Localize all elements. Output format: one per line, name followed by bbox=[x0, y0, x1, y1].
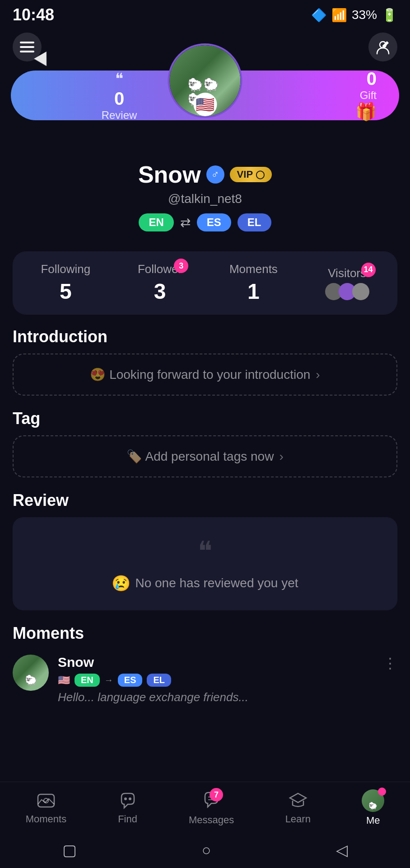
review-empty-text: No one has reviewed you yet bbox=[135, 576, 298, 590]
review-title: Review bbox=[13, 491, 397, 510]
review-count: 0 bbox=[114, 89, 124, 109]
tag-title: Tag bbox=[13, 409, 397, 428]
gift-icon: 🎁 bbox=[355, 102, 377, 122]
moments-label: Moments bbox=[229, 262, 278, 276]
vip-icon: ◯ bbox=[256, 170, 265, 179]
lang-arrow-icon: ⇄ bbox=[180, 215, 191, 230]
review-big-quote-icon: ❝ bbox=[198, 535, 212, 567]
follower-badge: 3 bbox=[174, 259, 188, 273]
nav-item-moments[interactable]: Moments bbox=[26, 791, 66, 825]
gift-count: 0 bbox=[367, 69, 377, 89]
battery-text: 33% bbox=[352, 8, 377, 22]
tag-arrow-icon: › bbox=[279, 449, 283, 464]
profile-info: Snow ♂ VIP ◯ @talkin_net8 EN ⇄ ES EL bbox=[0, 120, 410, 239]
system-nav: ▢ ○ ◁ bbox=[0, 832, 410, 868]
nav-recents-button[interactable]: ▢ bbox=[62, 841, 77, 859]
introduction-arrow-icon: › bbox=[316, 368, 320, 382]
moments-lang-es: ES bbox=[118, 674, 143, 687]
introduction-title: Introduction bbox=[13, 327, 397, 346]
review-box: ❝ 😢 No one has reviewed you yet bbox=[13, 517, 397, 610]
lang-en-tag[interactable]: EN bbox=[139, 213, 173, 231]
moments-item[interactable]: Snow 🇺🇸 EN → ES EL Hello... language exc… bbox=[13, 650, 397, 709]
nav-item-me[interactable]: Me bbox=[362, 789, 384, 826]
flag-emoji: 🇺🇸 bbox=[196, 95, 214, 113]
status-time: 10:48 bbox=[13, 5, 54, 24]
edit-profile-button[interactable] bbox=[368, 33, 397, 61]
vip-label: VIP bbox=[237, 169, 253, 180]
visitor-dot-3 bbox=[352, 283, 369, 300]
svg-rect-2 bbox=[20, 51, 34, 52]
nav-label-find: Find bbox=[118, 813, 137, 825]
moments-lang-el: EL bbox=[147, 674, 171, 687]
moments-info: Snow 🇺🇸 EN → ES EL Hello... language exc… bbox=[58, 655, 374, 704]
tag-placeholder: 🏷️ Add personal tags now bbox=[126, 449, 274, 464]
lang-es-tag[interactable]: ES bbox=[197, 213, 231, 231]
moments-avatar bbox=[13, 655, 49, 691]
following-stat[interactable]: Following 5 bbox=[41, 262, 90, 304]
nav-label-messages: Messages bbox=[189, 814, 234, 826]
visitors-stat[interactable]: Visitors 14 bbox=[325, 266, 369, 300]
vip-badge: VIP ◯ bbox=[230, 167, 272, 182]
nav-label-learn: Learn bbox=[285, 813, 311, 825]
lang-el-tag[interactable]: EL bbox=[238, 213, 271, 231]
battery-icon: 🔋 bbox=[382, 8, 397, 23]
moments-arrow: → bbox=[104, 675, 113, 685]
follower-stat[interactable]: Follower 33 bbox=[138, 262, 182, 304]
menu-button[interactable] bbox=[13, 33, 42, 61]
tag-section: Tag 🏷️ Add personal tags now › bbox=[0, 409, 410, 477]
review-section-main: Review ❝ 😢 No one has reviewed you yet bbox=[0, 491, 410, 610]
moments-lang-tags: 🇺🇸 EN → ES EL bbox=[58, 674, 374, 687]
nav-item-learn[interactable]: Learn bbox=[285, 791, 311, 825]
follower-count: 33 bbox=[154, 279, 166, 304]
svg-rect-0 bbox=[20, 42, 34, 43]
svg-rect-1 bbox=[20, 46, 34, 48]
nav-me-badge bbox=[378, 788, 386, 796]
visitors-label: Visitors bbox=[328, 266, 366, 280]
nav-item-find[interactable]: Find bbox=[118, 791, 138, 825]
nav-label-moments: Moments bbox=[26, 813, 66, 825]
signal-icon: 📶 bbox=[331, 8, 347, 23]
review-label: Review bbox=[102, 109, 137, 122]
bluetooth-icon: 🔷 bbox=[311, 8, 327, 23]
svg-point-6 bbox=[124, 797, 127, 800]
header-band: ❝ 0 Review 0 Gift 🎁 🇺🇸 bbox=[11, 71, 399, 120]
username-row: Snow ♂ VIP ◯ bbox=[0, 161, 410, 188]
nav-home-button[interactable]: ○ bbox=[202, 841, 211, 859]
nav-back-button[interactable]: ◁ bbox=[336, 841, 348, 859]
following-label: Following bbox=[41, 262, 90, 276]
moments-lang-en: EN bbox=[75, 674, 100, 687]
introduction-box[interactable]: 😍 Looking forward to your introduction › bbox=[13, 354, 397, 396]
moments-menu-button[interactable]: ⋮ bbox=[383, 655, 397, 672]
messages-badge: 7 bbox=[210, 788, 223, 802]
flag-badge: 🇺🇸 bbox=[193, 93, 217, 116]
introduction-placeholder: 😍 Looking forward to your introduction bbox=[90, 367, 310, 382]
introduction-section: Introduction 😍 Looking forward to your i… bbox=[0, 327, 410, 396]
gift-label: Gift bbox=[360, 89, 377, 102]
visitors-avatars bbox=[325, 283, 369, 300]
moments-section: Moments Snow 🇺🇸 EN → ES EL Hello... lang… bbox=[0, 624, 410, 709]
moments-flag: 🇺🇸 bbox=[58, 675, 70, 686]
status-icons: 🔷 📶 33% 🔋 bbox=[311, 8, 397, 23]
following-count: 5 bbox=[60, 279, 72, 304]
review-sad-emoji: 😢 bbox=[112, 574, 130, 592]
language-tags: EN ⇄ ES EL bbox=[0, 213, 410, 231]
svg-point-7 bbox=[129, 797, 131, 800]
moments-user-name: Snow bbox=[58, 655, 374, 670]
visitors-badge: 14 bbox=[361, 263, 376, 277]
moments-count: 1 bbox=[247, 279, 260, 304]
profile-header: ❝ 0 Review 0 Gift 🎁 🇺🇸 bbox=[0, 66, 410, 120]
moments-stat[interactable]: Moments 1 bbox=[229, 262, 278, 304]
nav-label-me: Me bbox=[366, 815, 380, 826]
review-quote-icon: ❝ bbox=[115, 70, 123, 88]
user-handle: @talkin_net8 bbox=[0, 192, 410, 206]
bottom-nav: Moments Find 7 Messages Learn bbox=[0, 782, 410, 832]
gender-icon: ♂ bbox=[206, 165, 224, 184]
status-bar: 10:48 🔷 📶 33% 🔋 bbox=[0, 0, 410, 28]
stats-row: Following 5 Follower 33 Moments 1 Visito… bbox=[13, 251, 397, 315]
tag-box[interactable]: 🏷️ Add personal tags now › bbox=[13, 435, 397, 477]
nav-item-messages[interactable]: 7 Messages bbox=[189, 790, 234, 826]
username: Snow bbox=[138, 161, 201, 188]
gender-symbol: ♂ bbox=[211, 168, 219, 181]
profile-avatar-container: 🇺🇸 bbox=[168, 43, 242, 118]
moments-title: Moments bbox=[13, 624, 397, 643]
